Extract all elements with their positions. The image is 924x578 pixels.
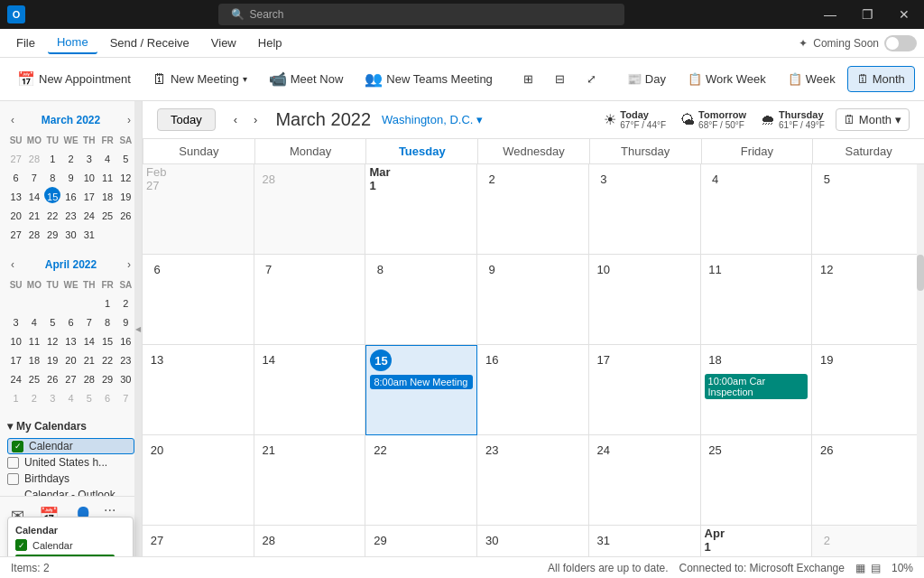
mini-day[interactable]: 25 [99, 206, 116, 222]
mini-day[interactable]: 22 [44, 206, 60, 222]
mini-day[interactable]: 7 [117, 388, 134, 405]
location-selector[interactable]: Washington, D.C. ▾ [382, 113, 483, 126]
mini-day[interactable]: 12 [117, 168, 134, 184]
mini-day[interactable]: 30 [117, 369, 134, 386]
mini-day[interactable]: 17 [81, 187, 97, 203]
menu-view[interactable]: View [202, 33, 245, 53]
mini-day[interactable]: 22 [99, 350, 116, 367]
mini-cal-prev[interactable]: ‹ [7, 112, 18, 128]
mini-day[interactable]: 4 [62, 388, 79, 405]
cal-cell-19[interactable]: 19 [812, 345, 924, 435]
cal-cell-16[interactable]: 16 [477, 345, 589, 435]
mini-day[interactable]: 5 [117, 149, 134, 165]
new-appointment-button[interactable]: 📅 New Appointment [7, 64, 141, 94]
mini-day[interactable]: 27 [8, 225, 24, 241]
cal-cell-15-today[interactable]: 15 8:00am New Meeting [365, 345, 477, 435]
menu-help[interactable]: Help [249, 33, 291, 53]
mini-day[interactable]: 20 [8, 206, 24, 222]
cal-cell-apr1[interactable]: Apr 1 [701, 526, 813, 556]
calendar-checkbox[interactable] [7, 457, 19, 469]
cal-cell-23[interactable]: 23 [477, 435, 589, 526]
mini-day[interactable]: 9 [117, 312, 134, 329]
cal-cell-11[interactable]: 11 [701, 255, 813, 345]
mini-day[interactable]: 3 [44, 388, 60, 405]
mini-day[interactable]: 5 [44, 312, 60, 329]
cal-popup-checkbox[interactable]: ✓ [15, 539, 27, 551]
calendar-item-birthdays[interactable]: Birthdays [7, 471, 134, 487]
cal-cell-28[interactable]: 28 [254, 526, 366, 556]
cal-cell-28[interactable]: 28 [254, 164, 366, 255]
cal-cell-8[interactable]: 8 [365, 255, 477, 345]
cal-event-car-inspection[interactable]: 10:00am Car Inspection [705, 374, 808, 399]
mini-day[interactable]: 8 [44, 168, 60, 184]
view-grid-1[interactable]: ⊞ [513, 66, 543, 92]
mini-day[interactable]: 18 [99, 187, 116, 203]
mini-day[interactable]: 24 [8, 369, 24, 386]
mini-day[interactable]: 23 [62, 206, 79, 222]
mini-day[interactable]: 13 [8, 187, 24, 203]
mini-day[interactable]: 19 [44, 350, 60, 367]
mini-day[interactable]: 17 [8, 350, 24, 367]
mini-day[interactable]: 1 [8, 388, 24, 405]
mini-day[interactable]: 25 [26, 369, 42, 386]
mini-day[interactable]: 1 [44, 149, 60, 165]
menu-file[interactable]: File [7, 33, 44, 53]
mini-day[interactable]: 29 [44, 225, 60, 241]
cal-cell-feb27[interactable]: Feb 27 [143, 164, 254, 255]
cal-cell-31[interactable]: 31 [589, 526, 701, 556]
mini-day[interactable]: 5 [81, 388, 97, 405]
menu-send-receive[interactable]: Send / Receive [101, 33, 199, 53]
cal-cell-10[interactable]: 10 [589, 255, 701, 345]
cal-cell-29[interactable]: 29 [365, 526, 477, 556]
cal-cell-5[interactable]: 5 [812, 164, 924, 255]
mini-day[interactable]: 4 [26, 312, 42, 329]
scrollbar-thumb[interactable] [917, 255, 924, 291]
cal-cell-13[interactable]: 13 [143, 345, 254, 435]
cal-cell-6[interactable]: 6 [143, 255, 254, 345]
mini-day[interactable]: 27 [62, 369, 79, 386]
mini-day[interactable]: 14 [26, 187, 42, 203]
coming-soon-toggle[interactable] [884, 35, 917, 51]
cal-cell-14[interactable]: 14 [254, 345, 366, 435]
mini-day[interactable]: 2 [117, 294, 134, 310]
cal-cell-3[interactable]: 3 [589, 164, 701, 255]
mini-day[interactable]: 12 [44, 331, 60, 348]
cal-cell-27[interactable]: 27 [143, 526, 254, 556]
close-button[interactable]: ✕ [892, 5, 917, 23]
mini-day[interactable]: 23 [117, 350, 134, 367]
mini-day[interactable]: 16 [117, 331, 134, 348]
mini-day[interactable]: 30 [62, 225, 79, 241]
cal-cell-20[interactable]: 20 [143, 435, 254, 526]
view-icon-2[interactable]: ▤ [871, 562, 881, 574]
mini-day[interactable]: 28 [26, 225, 42, 241]
next-month-button[interactable]: › [246, 109, 264, 130]
mini-day-today[interactable]: 15 [44, 187, 60, 203]
mini-day[interactable]: 27 [8, 149, 24, 165]
mini-day[interactable]: 7 [26, 168, 42, 184]
new-meeting-dropdown-arrow[interactable]: ▾ [243, 74, 247, 84]
mini-day[interactable]: 16 [62, 187, 79, 203]
view-icon-1[interactable]: ▦ [855, 562, 865, 574]
mini-day[interactable]: 13 [62, 331, 79, 348]
cal-cell-26[interactable]: 26 [812, 435, 924, 526]
mini-day[interactable]: 7 [81, 312, 97, 329]
mini-day[interactable]: 8 [99, 312, 116, 329]
cal-cell-24[interactable]: 24 [589, 435, 701, 526]
mini-day[interactable]: 1 [99, 294, 116, 310]
mini-day[interactable]: 2 [62, 149, 79, 165]
cal-cell-9[interactable]: 9 [477, 255, 589, 345]
work-week-button[interactable]: 📋 Work Week [678, 66, 776, 92]
mini-day[interactable]: 6 [8, 168, 24, 184]
cal-cell-12[interactable]: 12 [812, 255, 924, 345]
cal-cell-25[interactable]: 25 [701, 435, 813, 526]
mini-day[interactable]: 6 [99, 388, 116, 405]
meet-now-button[interactable]: 📹 Meet Now [259, 64, 354, 94]
mini-day[interactable]: 6 [62, 312, 79, 329]
search-bar[interactable]: 🔍 Search [218, 4, 624, 25]
mini-day[interactable]: 9 [62, 168, 79, 184]
cal-cell-18[interactable]: 18 10:00am Car Inspection [701, 345, 813, 435]
mini-day[interactable]: 10 [8, 331, 24, 348]
view-grid-2[interactable]: ⊟ [545, 66, 575, 92]
calendar-checkbox[interactable]: ✓ [12, 441, 23, 452]
schedule-view-button[interactable]: ☰ Schedule View [917, 66, 924, 92]
